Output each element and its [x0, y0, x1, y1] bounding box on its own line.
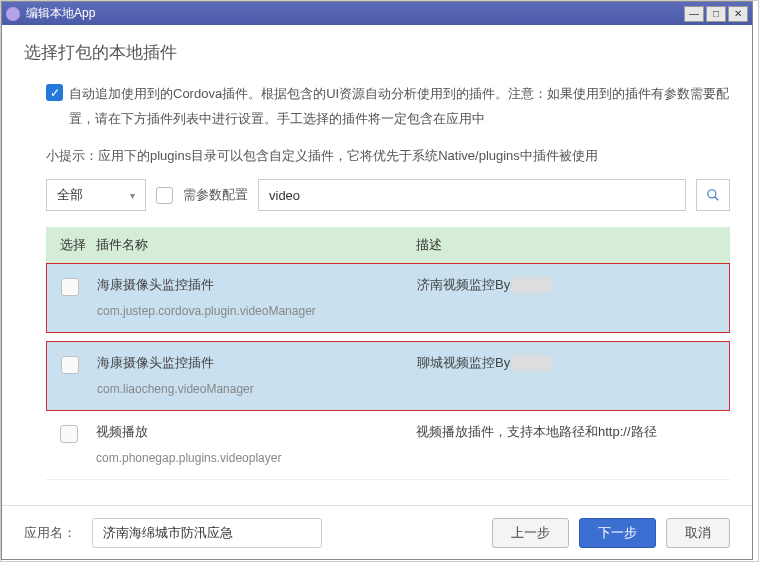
search-button[interactable] — [696, 179, 730, 211]
svg-line-1 — [715, 197, 719, 201]
row-checkbox[interactable] — [61, 278, 79, 296]
svg-point-0 — [708, 190, 716, 198]
cancel-button[interactable]: 取消 — [666, 518, 730, 548]
plugin-table: 选择 插件名称 描述 海康摄像头监控插件 com.justep.cordova.… — [46, 227, 730, 480]
th-select: 选择 — [46, 236, 96, 254]
row-checkbox[interactable] — [61, 356, 79, 374]
prev-button[interactable]: 上一步 — [492, 518, 569, 548]
auto-add-description: 自动追加使用到的Cordova插件。根据包含的UI资源自动分析使用到的插件。注意… — [69, 82, 730, 131]
table-row[interactable]: 视频播放 com.phonegap.plugins.videoplayer 视频… — [46, 411, 730, 480]
app-window: 编辑本地App — □ ✕ 选择打包的本地插件 ✓ 自动追加使用到的Cordov… — [1, 1, 753, 560]
plugin-id: com.phonegap.plugins.videoplayer — [96, 451, 416, 465]
plugin-id: com.justep.cordova.plugin.videoManager — [97, 304, 417, 318]
param-config-label: 需参数配置 — [183, 186, 248, 204]
window-title: 编辑本地App — [26, 5, 684, 22]
auto-add-checkbox[interactable]: ✓ — [46, 84, 63, 101]
th-desc: 描述 — [416, 236, 730, 254]
filter-row: 全部 ▾ 需参数配置 — [46, 179, 730, 211]
table-header: 选择 插件名称 描述 — [46, 227, 730, 263]
hint-text: 小提示：应用下的plugins目录可以包含自定义插件，它将优先于系统Native… — [46, 147, 730, 165]
app-icon — [6, 7, 20, 21]
plugin-name: 视频播放 — [96, 423, 416, 441]
page-title: 选择打包的本地插件 — [24, 41, 730, 64]
chevron-down-icon: ▾ — [130, 190, 135, 201]
footer: 应用名： 上一步 下一步 取消 — [2, 505, 752, 559]
content-area: 选择打包的本地插件 ✓ 自动追加使用到的Cordova插件。根据包含的UI资源自… — [2, 25, 752, 480]
app-name-label: 应用名： — [24, 524, 76, 542]
next-button[interactable]: 下一步 — [579, 518, 656, 548]
minimize-button[interactable]: — — [684, 6, 704, 22]
auto-add-row: ✓ 自动追加使用到的Cordova插件。根据包含的UI资源自动分析使用到的插件。… — [46, 82, 730, 131]
plugin-name: 海康摄像头监控插件 — [97, 276, 417, 294]
redacted-text — [512, 277, 552, 293]
param-config-checkbox[interactable] — [156, 187, 173, 204]
search-input[interactable] — [269, 188, 675, 203]
app-name-input[interactable] — [92, 518, 322, 548]
category-select-value: 全部 — [57, 186, 83, 204]
table-row[interactable]: 海康摄像头监控插件 com.liaocheng.videoManager 聊城视… — [46, 341, 730, 411]
plugin-desc: 聊城视频监控By — [417, 354, 729, 372]
th-name: 插件名称 — [96, 236, 416, 254]
maximize-button[interactable]: □ — [706, 6, 726, 22]
redacted-text — [512, 355, 552, 371]
plugin-id: com.liaocheng.videoManager — [97, 382, 417, 396]
plugin-desc: 视频播放插件，支持本地路径和http://路径 — [416, 423, 730, 441]
search-box — [258, 179, 686, 211]
plugin-desc: 济南视频监控By — [417, 276, 729, 294]
titlebar: 编辑本地App — □ ✕ — [2, 2, 752, 25]
row-checkbox[interactable] — [60, 425, 78, 443]
category-select[interactable]: 全部 ▾ — [46, 179, 146, 211]
table-row[interactable]: 海康摄像头监控插件 com.justep.cordova.plugin.vide… — [46, 263, 730, 333]
search-icon — [706, 188, 720, 202]
plugin-name: 海康摄像头监控插件 — [97, 354, 417, 372]
close-button[interactable]: ✕ — [728, 6, 748, 22]
window-controls: — □ ✕ — [684, 6, 748, 22]
